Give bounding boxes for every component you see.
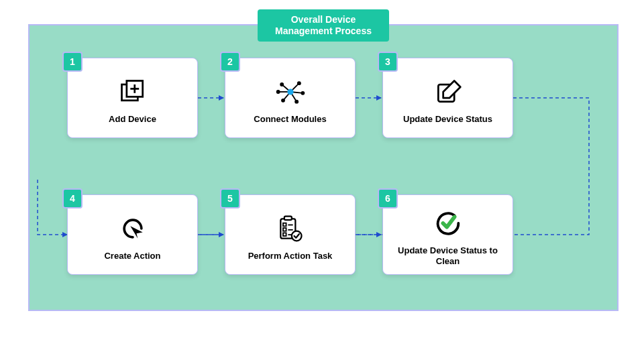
- step-label: Update Device Status: [398, 114, 498, 125]
- step-badge: 3: [378, 52, 398, 72]
- svg-rect-23: [284, 217, 291, 221]
- svg-point-15: [297, 81, 301, 85]
- diagram-title-text: Overall DeviceManagement Process: [275, 14, 372, 38]
- step-badge: 6: [378, 188, 398, 208]
- network-icon: [275, 76, 306, 107]
- step-badge: 2: [220, 52, 240, 72]
- svg-point-20: [287, 88, 293, 95]
- step-card-4: 4 Create Action: [67, 194, 198, 275]
- checklist-icon: [275, 213, 306, 244]
- step-card-1: 1 Add Device: [67, 58, 198, 138]
- step-label: Perform Action Task: [243, 251, 338, 261]
- svg-point-14: [280, 82, 284, 86]
- step-badge: 1: [62, 52, 83, 72]
- check-circle-icon: [433, 208, 464, 239]
- add-device-icon: [117, 76, 148, 107]
- pointer-target-icon: [117, 213, 148, 244]
- step-card-3: 3 Update Device Status: [382, 58, 513, 138]
- step-badge: 4: [62, 188, 83, 208]
- step-card-2: 2 Connect Modules: [225, 58, 356, 138]
- edit-note-icon: [433, 76, 464, 107]
- process-canvas: Overall DeviceManagement Process 1: [28, 24, 619, 311]
- step-label: Add Device: [103, 114, 162, 125]
- step-badge: 5: [220, 188, 240, 208]
- step-label: Create Action: [99, 251, 166, 261]
- step-label: Connect Modules: [248, 114, 331, 125]
- svg-rect-26: [283, 228, 286, 231]
- step-card-6: 6 Update Device Status to Clean: [382, 194, 513, 275]
- svg-point-16: [301, 91, 305, 95]
- diagram-title: Overall DeviceManagement Process: [258, 9, 389, 42]
- svg-rect-24: [283, 223, 286, 227]
- step-label: Update Device Status to Clean: [383, 245, 513, 267]
- svg-rect-28: [283, 233, 286, 236]
- step-card-5: 5 Perform Action Task: [225, 194, 356, 275]
- svg-point-19: [276, 90, 280, 94]
- svg-point-18: [281, 99, 285, 103]
- svg-point-17: [294, 100, 299, 104]
